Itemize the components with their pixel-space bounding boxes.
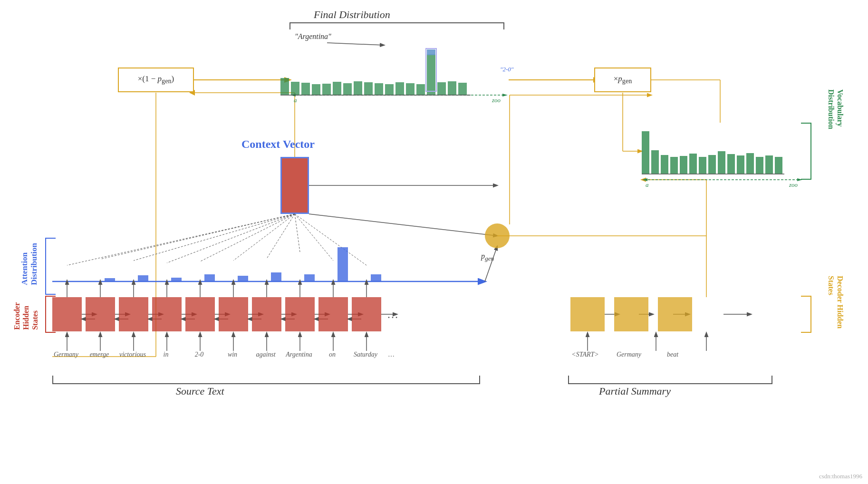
vocabulary-distribution-label: Vocabulary Distribution — [817, 89, 855, 165]
svg-rect-93 — [312, 84, 320, 95]
svg-rect-123 — [756, 157, 763, 174]
enc-box-3 — [152, 297, 182, 331]
source-bracket — [52, 376, 480, 384]
svg-rect-133 — [304, 274, 315, 281]
svg-rect-115 — [680, 156, 687, 174]
svg-rect-114 — [670, 157, 678, 174]
svg-rect-101 — [395, 82, 404, 95]
src-word-2: victorious — [118, 351, 147, 358]
multiply-right-label: ×pgen — [614, 74, 632, 85]
enc-box-2 — [119, 297, 148, 331]
svg-rect-134 — [338, 247, 348, 281]
final-dist-chart — [280, 44, 509, 96]
svg-rect-104 — [427, 54, 435, 95]
partial-summary-bracket — [568, 376, 772, 384]
src-word-0: Germany — [51, 351, 81, 358]
src-word-8: on — [318, 351, 347, 358]
svg-rect-131 — [238, 276, 248, 281]
svg-rect-127 — [105, 278, 115, 281]
svg-rect-92 — [301, 83, 310, 95]
svg-rect-105 — [427, 49, 435, 55]
svg-rect-100 — [385, 84, 394, 95]
argentina-label: "Argentina" — [295, 32, 331, 41]
svg-rect-125 — [775, 157, 782, 174]
src-word-7: Argentina — [284, 351, 314, 358]
svg-rect-118 — [708, 155, 716, 174]
svg-rect-95 — [333, 82, 341, 95]
svg-text:a: a — [646, 181, 649, 188]
decoder-boxes-row — [570, 297, 692, 331]
source-text-label: Source Text — [176, 385, 224, 397]
source-text-words: Germany emerge victorious in 2-0 win aga… — [51, 351, 398, 358]
multiply-right-box: ×pgen — [594, 68, 651, 92]
dec-box-2 — [658, 297, 692, 331]
svg-rect-132 — [271, 272, 281, 281]
decoder-hidden-states-label: Decoder Hidden States — [817, 276, 855, 338]
vocab-bracket — [801, 123, 811, 180]
src-word-9: Saturday — [351, 351, 380, 358]
decoder-bracket — [801, 296, 811, 333]
svg-rect-122 — [746, 153, 754, 174]
svg-rect-96 — [343, 83, 352, 95]
svg-rect-121 — [737, 155, 744, 174]
svg-rect-98 — [364, 82, 373, 95]
dec-word-2: beat — [656, 351, 690, 358]
context-vector-label: Context Vector — [241, 138, 315, 151]
pgen-circle — [485, 223, 510, 248]
partial-summary-label: Partial Summary — [599, 385, 671, 397]
enc-box-1 — [86, 297, 115, 331]
svg-rect-112 — [651, 150, 659, 174]
context-vector-box — [280, 157, 309, 214]
svg-rect-116 — [689, 154, 697, 174]
dec-box-1 — [614, 297, 648, 331]
svg-rect-91 — [291, 82, 299, 95]
svg-rect-109 — [458, 83, 467, 95]
svg-rect-119 — [718, 151, 725, 174]
svg-rect-113 — [661, 155, 668, 174]
enc-box-9 — [352, 297, 381, 331]
attention-distribution-label: AttentionDistribution — [10, 233, 48, 295]
svg-rect-128 — [138, 275, 148, 281]
svg-text:zoo: zoo — [492, 97, 501, 104]
svg-rect-97 — [354, 81, 362, 95]
decoder-text-words: <START> Germany beat — [568, 351, 690, 358]
svg-rect-103 — [416, 84, 425, 95]
src-word-1: emerge — [85, 351, 114, 358]
src-word-3: in — [151, 351, 181, 358]
enc-box-0 — [52, 297, 82, 331]
pgen-label: pgen — [481, 252, 494, 262]
src-word-4: 2-0 — [184, 351, 214, 358]
svg-rect-108 — [448, 81, 456, 95]
ellipsis: … — [387, 308, 398, 321]
multiply-left-label: ×(1 − pgen) — [138, 74, 174, 85]
enc-box-7 — [285, 297, 315, 331]
dec-box-0 — [570, 297, 605, 331]
vocab-dist-chart — [642, 123, 799, 180]
enc-box-6 — [252, 297, 281, 331]
final-distribution-label: Final Distribution — [314, 9, 390, 21]
svg-text:zoo: zoo — [789, 181, 798, 188]
src-word-5: win — [218, 351, 247, 358]
svg-rect-102 — [406, 83, 415, 95]
svg-rect-107 — [437, 82, 446, 95]
svg-rect-124 — [765, 155, 773, 174]
enc-box-5 — [219, 297, 248, 331]
src-word-ellipsis: … — [384, 351, 398, 358]
enc-box-8 — [318, 297, 348, 331]
dec-word-1: Germany — [612, 351, 646, 358]
svg-rect-135 — [371, 274, 381, 281]
encoder-boxes-row: … — [52, 297, 398, 331]
svg-rect-94 — [322, 84, 331, 95]
svg-rect-129 — [171, 278, 182, 281]
svg-rect-111 — [642, 131, 649, 174]
svg-text:a: a — [294, 97, 297, 104]
src-word-6: against — [251, 351, 280, 358]
svg-rect-90 — [280, 78, 289, 95]
svg-rect-120 — [727, 154, 735, 174]
svg-rect-99 — [375, 83, 383, 95]
diagram-container: a zoo a zoo "2-0" Final Distribution — [0, 0, 868, 484]
watermark: csdn:thomas1996 — [819, 473, 862, 480]
svg-line-14 — [309, 214, 497, 236]
multiply-left-box: ×(1 − pgen) — [118, 68, 194, 92]
enc-box-4 — [185, 297, 215, 331]
